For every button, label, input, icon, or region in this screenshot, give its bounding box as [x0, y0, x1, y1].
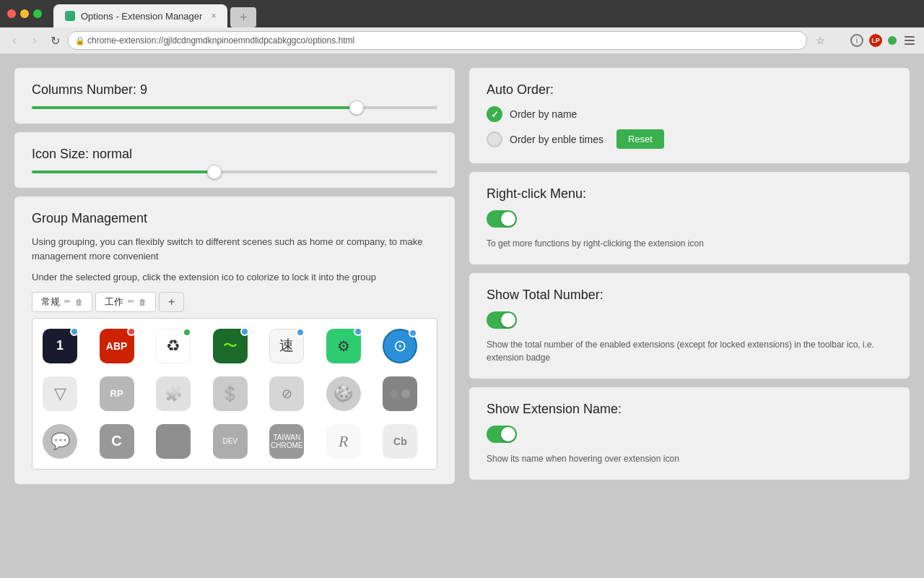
url-text: chrome-extension://gjldcdngmdknpinoemndl…	[87, 35, 354, 46]
group-tab-gongzuo-label: 工作	[105, 296, 123, 309]
new-tab-icon: +	[240, 10, 248, 25]
toggle-knob	[501, 212, 515, 226]
icon-size-slider-container	[32, 171, 437, 173]
extension-grid: 1 ABP ♻	[38, 324, 431, 463]
right-column: Auto Order: Order by name Order by enble…	[469, 68, 910, 564]
group-tabs: 常规 ✏ 🗑 工作 ✏ 🗑 +	[32, 292, 437, 312]
ext-1password[interactable]: 1	[38, 324, 82, 368]
columns-slider-thumb[interactable]	[349, 100, 364, 115]
icon-size-slider-thumb[interactable]	[207, 165, 222, 179]
columns-slider-container	[32, 106, 437, 109]
address-bar-row: ‹ › ↻ 🔒 chrome-extension://gjldcdngmdknp…	[0, 27, 924, 53]
columns-title: Columns Number: 9	[32, 82, 437, 98]
ext-kanji[interactable]: 速	[265, 324, 308, 368]
ext-flickr-gray[interactable]	[378, 372, 422, 415]
auto-order-card: Auto Order: Order by name Order by enble…	[469, 68, 910, 163]
group-tab-changgui-label: 常规	[41, 296, 60, 309]
columns-card: Columns Number: 9	[14, 68, 455, 124]
show-extension-name-title: Show Extension Name:	[487, 402, 892, 417]
profile-icon[interactable]	[888, 36, 897, 45]
browser-chrome: Options - Extension Manager × +	[0, 0, 924, 27]
show-total-number-toggle[interactable]	[487, 311, 517, 329]
checkmark-icon	[491, 109, 499, 120]
show-total-number-card: Show Total Number: Show the total number…	[469, 273, 910, 379]
icon-size-slider-track	[32, 171, 437, 173]
extension-grid-wrapper: 1 ABP ♻	[32, 318, 437, 470]
right-click-menu-title: Right-click Menu:	[487, 186, 892, 202]
info-icon[interactable]: i	[850, 34, 863, 47]
left-column: Columns Number: 9 Icon Size: normal Grou…	[14, 68, 455, 564]
tab-title: Options - Extension Manager	[81, 11, 202, 22]
group-mgmt-title: Group Management	[32, 211, 437, 226]
ext-taiwan-gray[interactable]: TAIWANCHROME	[265, 420, 308, 463]
ext-wechat-gray[interactable]: 💬	[38, 420, 82, 463]
order-by-enable-label: Order by enble times	[510, 134, 603, 145]
ext-rp-gray[interactable]: RP	[95, 372, 139, 415]
group-mgmt-desc1: Using grouping, you can flexibly switch …	[32, 235, 437, 263]
address-bar[interactable]: 🔒 chrome-extension://gjldcdngmdknpinoemn…	[68, 31, 807, 50]
minimize-button[interactable]	[20, 9, 29, 18]
ext-c-gray[interactable]: C	[95, 420, 139, 463]
order-by-name-label: Order by name	[510, 108, 577, 120]
group-mgmt-desc2: Under the selected group, click the exte…	[32, 270, 437, 285]
ext-mastodon-badge	[409, 329, 417, 337]
group-tab-gongzuo[interactable]: 工作 ✏ 🗑	[95, 292, 156, 312]
group-tab-gongzuo-delete-icon[interactable]: 🗑	[139, 298, 147, 306]
show-extension-name-desc: Show its name when hovering over extensi…	[487, 452, 892, 465]
group-tab-add-button[interactable]: +	[159, 292, 184, 312]
right-click-menu-desc: To get more functions by right-clicking …	[487, 237, 892, 250]
order-by-enable-radio[interactable]	[487, 131, 502, 147]
tab-bar: Options - Extension Manager × +	[53, 0, 256, 27]
right-click-menu-card: Right-click Menu: To get more functions …	[469, 172, 910, 264]
show-extension-name-toggle[interactable]	[487, 426, 517, 443]
group-tab-gongzuo-edit-icon[interactable]: ✏	[128, 297, 134, 306]
group-tab-changgui[interactable]: 常规 ✏ 🗑	[32, 292, 92, 312]
group-tab-changgui-delete-icon[interactable]: 🗑	[75, 298, 83, 306]
close-button[interactable]	[7, 9, 16, 18]
order-by-enable-option[interactable]: Order by enble times Reset	[487, 129, 892, 149]
star-icon[interactable]: ☆	[813, 33, 827, 48]
ext-filter-gray[interactable]: ▽	[38, 372, 82, 415]
ext-wave[interactable]: 〜	[209, 324, 252, 368]
ext-recycle[interactable]: ♻	[152, 324, 195, 368]
page-body: Columns Number: 9 Icon Size: normal Grou…	[0, 53, 924, 578]
ext-devtools-gray[interactable]: DEV	[209, 420, 252, 463]
lastpass-icon[interactable]: LP	[869, 34, 882, 47]
forward-button[interactable]: ›	[27, 33, 42, 48]
ext-readability-gray[interactable]: R	[322, 420, 365, 463]
auto-order-title: Auto Order:	[487, 82, 892, 98]
back-button[interactable]: ‹	[7, 33, 22, 48]
order-by-name-option[interactable]: Order by name	[487, 106, 892, 122]
tab-close-button[interactable]: ×	[211, 11, 216, 21]
ext-dollar-gray[interactable]: 💲	[209, 372, 252, 415]
ext-cog[interactable]: ⚙	[322, 324, 365, 368]
ext-app-gray[interactable]: ⊘	[265, 372, 308, 415]
toggle-knob-2	[501, 313, 515, 327]
icon-size-title: Icon Size: normal	[32, 147, 437, 162]
refresh-button[interactable]: ↻	[48, 33, 62, 48]
ext-kanji-badge	[296, 328, 305, 337]
extensions-icon[interactable]	[833, 35, 845, 46]
maximize-button[interactable]	[33, 9, 42, 18]
show-total-number-title: Show Total Number:	[487, 288, 892, 303]
ext-grid-gray[interactable]	[152, 420, 195, 463]
ext-mastodon[interactable]: ⊙	[378, 324, 422, 368]
ext-chromebook-gray[interactable]: Cb	[378, 420, 422, 463]
ext-abp-badge	[127, 327, 136, 336]
active-tab[interactable]: Options - Extension Manager ×	[53, 4, 227, 27]
group-management-card: Group Management Using grouping, you can…	[14, 197, 455, 484]
ext-puzzle-gray[interactable]: 🧩	[152, 372, 195, 415]
auto-order-options: Order by name Order by enble times Reset	[487, 106, 892, 149]
ext-wave-badge	[240, 327, 249, 336]
new-tab-button[interactable]: +	[230, 7, 256, 27]
menu-icon[interactable]	[902, 33, 917, 48]
order-by-name-radio[interactable]	[487, 106, 502, 122]
reset-button[interactable]: Reset	[616, 129, 664, 149]
ext-abp[interactable]: ABP	[95, 324, 139, 368]
right-click-menu-toggle[interactable]	[487, 210, 517, 228]
show-extension-name-card: Show Extension Name: Show its name when …	[469, 387, 910, 480]
group-tab-changgui-edit-icon[interactable]: ✏	[64, 297, 71, 306]
ext-cookie-gray[interactable]: 🍪	[322, 372, 365, 415]
columns-slider-fill	[32, 106, 357, 109]
traffic-lights	[7, 9, 42, 18]
